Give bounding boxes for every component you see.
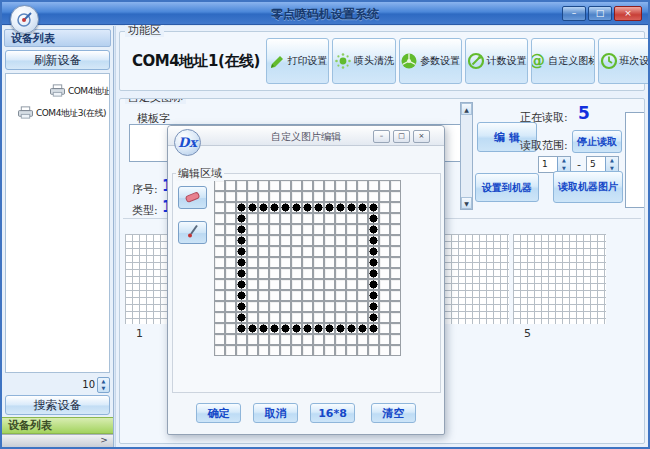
range-to-arrows[interactable]: ▲ ▼ <box>605 157 618 172</box>
grid-cell[interactable] <box>346 235 357 246</box>
template-scrollbar[interactable]: ▲ ▼ <box>460 102 473 210</box>
grid-cell[interactable] <box>214 279 225 290</box>
grid-cell[interactable] <box>225 246 236 257</box>
spinner-up-icon[interactable]: ▲ <box>558 157 570 165</box>
grid-cell[interactable] <box>247 323 258 334</box>
grid-cell[interactable] <box>291 268 302 279</box>
grid-cell[interactable] <box>225 224 236 235</box>
grid-cell[interactable] <box>258 191 269 202</box>
range-from-value[interactable]: 1 <box>539 157 557 172</box>
grid-cell[interactable] <box>357 235 368 246</box>
grid-cell[interactable] <box>357 345 368 356</box>
grid-cell[interactable] <box>236 246 247 257</box>
grid-cell[interactable] <box>357 312 368 323</box>
grid-cell[interactable] <box>302 224 313 235</box>
grid-cell[interactable] <box>269 246 280 257</box>
grid-cell[interactable] <box>379 268 390 279</box>
device-count-stepper[interactable]: ▲ ▼ <box>97 377 110 393</box>
grid-cell[interactable] <box>258 345 269 356</box>
grid-cell[interactable] <box>313 213 324 224</box>
cancel-button[interactable]: 取消 <box>253 403 298 423</box>
grid-cell[interactable] <box>379 246 390 257</box>
grid-cell[interactable] <box>302 268 313 279</box>
clear-button[interactable]: 清空 <box>371 403 416 423</box>
grid-cell[interactable] <box>346 345 357 356</box>
grid-cell[interactable] <box>236 268 247 279</box>
maximize-button[interactable]: □ <box>588 6 612 21</box>
grid-cell[interactable] <box>346 246 357 257</box>
grid-cell[interactable] <box>346 213 357 224</box>
grid-cell[interactable] <box>346 268 357 279</box>
grid-cell[interactable] <box>390 224 401 235</box>
grid-cell[interactable] <box>357 246 368 257</box>
grid-cell[interactable] <box>335 235 346 246</box>
grid-cell[interactable] <box>324 290 335 301</box>
grid-cell[interactable] <box>302 290 313 301</box>
grid-cell[interactable] <box>335 180 346 191</box>
grid-cell[interactable] <box>258 301 269 312</box>
grid-cell[interactable] <box>236 279 247 290</box>
scroll-down-icon[interactable]: ▼ <box>461 197 472 209</box>
grid-cell[interactable] <box>247 345 258 356</box>
grid-cell[interactable] <box>247 301 258 312</box>
grid-cell[interactable] <box>379 257 390 268</box>
range-to-value[interactable]: 5 <box>587 157 605 172</box>
grid-cell[interactable] <box>368 323 379 334</box>
grid-cell[interactable] <box>302 191 313 202</box>
grid-cell[interactable] <box>335 213 346 224</box>
grid-cell[interactable] <box>225 235 236 246</box>
grid-cell[interactable] <box>379 202 390 213</box>
grid-cell[interactable] <box>368 345 379 356</box>
grid-cell[interactable] <box>313 224 324 235</box>
read-machine-image-button[interactable]: 读取机器图片 <box>553 171 623 203</box>
grid-cell[interactable] <box>324 323 335 334</box>
device-list-bottom-header[interactable]: 设备列表 <box>2 417 113 434</box>
grid-cell[interactable] <box>368 301 379 312</box>
grid-cell[interactable] <box>214 180 225 191</box>
grid-cell[interactable] <box>379 323 390 334</box>
grid-cell[interactable] <box>357 257 368 268</box>
grid-cell[interactable] <box>269 235 280 246</box>
grid-cell[interactable] <box>291 202 302 213</box>
dialog-close-button[interactable]: × <box>413 130 430 143</box>
grid-cell[interactable] <box>390 246 401 257</box>
grid-cell[interactable] <box>368 224 379 235</box>
grid-cell[interactable] <box>214 312 225 323</box>
grid-cell[interactable] <box>258 323 269 334</box>
range-from-arrows[interactable]: ▲ ▼ <box>557 157 570 172</box>
dialog-titlebar[interactable]: 自定义图片编辑 – □ × <box>168 126 444 146</box>
grid-cell[interactable] <box>291 312 302 323</box>
grid-cell[interactable] <box>379 290 390 301</box>
grid-cell[interactable] <box>280 202 291 213</box>
grid-cell[interactable] <box>368 246 379 257</box>
grid-cell[interactable] <box>291 279 302 290</box>
grid-cell[interactable] <box>346 301 357 312</box>
grid-cell[interactable] <box>390 235 401 246</box>
grid-cell[interactable] <box>357 301 368 312</box>
grid-cell[interactable] <box>357 279 368 290</box>
shift-settings-button[interactable]: 班次设定 <box>598 38 650 84</box>
grid-cell[interactable] <box>291 191 302 202</box>
grid-cell[interactable] <box>390 191 401 202</box>
grid-cell[interactable] <box>335 257 346 268</box>
grid-cell[interactable] <box>324 191 335 202</box>
grid-cell[interactable] <box>313 301 324 312</box>
grid-cell[interactable] <box>302 312 313 323</box>
grid-cell[interactable] <box>302 345 313 356</box>
grid-cell[interactable] <box>379 180 390 191</box>
grid-cell[interactable] <box>291 180 302 191</box>
count-settings-button[interactable]: 计数设置 <box>465 38 528 84</box>
grid-cell[interactable] <box>324 213 335 224</box>
grid-cell[interactable] <box>214 301 225 312</box>
print-settings-button[interactable]: 打印设置 <box>266 38 329 84</box>
grid-cell[interactable] <box>324 224 335 235</box>
grid-cell[interactable] <box>247 235 258 246</box>
grid-cell[interactable] <box>236 290 247 301</box>
spinner-down-icon[interactable]: ▼ <box>98 385 109 392</box>
grid-cell[interactable] <box>324 235 335 246</box>
grid-cell[interactable] <box>225 334 236 345</box>
grid-cell[interactable] <box>302 323 313 334</box>
grid-cell[interactable] <box>368 257 379 268</box>
grid-cell[interactable] <box>280 290 291 301</box>
grid-cell[interactable] <box>236 202 247 213</box>
